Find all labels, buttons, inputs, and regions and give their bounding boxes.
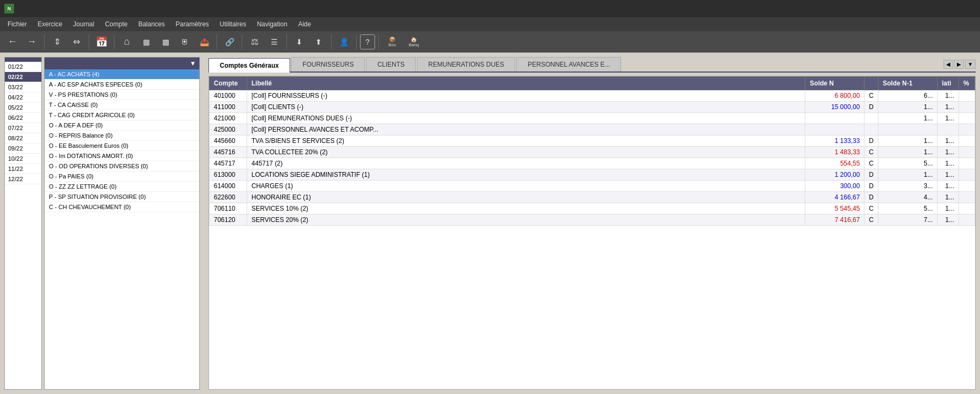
close-button[interactable] [967,8,976,10]
cell-dc: D [864,181,878,192]
table-row[interactable]: 425000[Coll] PERSONNEL AVANCES ET ACOMP.… [210,124,975,135]
tab-clients[interactable]: CLIENTS [366,57,416,71]
col-header-dc [864,77,878,90]
user-button[interactable]: 👤 [335,33,353,51]
table-row[interactable]: 445716TVA COLLECTEE 20% (2)1 483,33C1...… [210,147,975,158]
tab-fournisseurs[interactable]: FOURNISSEURS [291,57,365,71]
journal-item[interactable]: P - SP SITUATION PROVISOIRE (0) [45,192,199,202]
journal-item[interactable]: A - AC ACHATS (4) [45,69,199,80]
journal-item[interactable]: O - A DEF A DEF (0) [45,120,199,131]
table-row[interactable]: 445717445717 (2)554,55C5...1... [210,158,975,169]
cell-variation: 1... [938,203,959,214]
cell-compte: 706120 [210,214,247,226]
period-item-04-22[interactable]: 04/22 [5,92,41,103]
table-body: 401000[Coll] FOURNISSEURS (-)6 800,00C6.… [210,90,975,226]
maximize-button[interactable] [956,8,965,10]
box-icon: 📦 [389,37,395,42]
cell-libelle: LOCATIONS SIEGE ADMINISTRATIF (1) [247,169,805,181]
cell-solde-n: 1 133,33 [805,135,864,147]
journal-item[interactable]: C - CH CHEVAUCHEMENT (0) [45,202,199,212]
journal-item[interactable]: O - Im DOTATIONS AMORT. (0) [45,151,199,161]
menu-item-compte[interactable]: Compte [99,18,133,30]
tab-scroll-right-button[interactable]: ▶ [954,60,964,69]
journal-dropdown-button[interactable]: ▼ [190,60,196,67]
tab-dropdown-button[interactable]: ▼ [965,60,976,69]
upload-button[interactable]: ⬆ [309,33,328,51]
table-row[interactable]: 706110SERVICES 10% (2)5 545,45C5...1... [210,203,975,214]
period-item-08-22[interactable]: 08/22 [5,133,41,144]
cell-solde-n1 [878,124,938,135]
split-v-button[interactable]: ⇔ [67,33,85,51]
table-row[interactable]: 613000LOCATIONS SIEGE ADMINISTRATIF (1)1… [210,169,975,181]
period-item-01-22[interactable]: 01/22 [5,62,41,72]
journal-item[interactable]: A - AC ESP ACHATS ESPECES (0) [45,80,199,90]
period-item-07-22[interactable]: 07/22 [5,123,41,133]
cell-libelle: [Coll] FOURNISSEURS (-) [247,90,805,102]
box-button[interactable]: 📦 Box [382,33,402,51]
menu-item-exercice[interactable]: Exercice [32,18,68,30]
journal-item[interactable]: T - CA CAISSE (0) [45,100,199,110]
tab-comptes-généraux[interactable]: Comptes Généraux [208,58,290,73]
cell-libelle: HONORAIRE EC (1) [247,192,805,203]
tab-personnel-avances-e...[interactable]: PERSONNEL AVANCES E... [516,57,621,71]
table-row[interactable]: 411000[Coll] CLIENTS (-)15 000,00D1...1.… [210,102,975,113]
grid-button[interactable]: ▦ [137,33,155,51]
tab-remunerations-dues[interactable]: REMUNERATIONS DUES [417,57,515,71]
menu-item-balances[interactable]: Balances [133,18,170,30]
menu-item-navigation[interactable]: Navigation [251,18,293,30]
menu-item-journal[interactable]: Journal [68,18,99,30]
split-h-button[interactable]: ⇕ [48,33,66,51]
period-item-03-22[interactable]: 03/22 [5,82,41,92]
right-panel: Comptes GénérauxFOURNISSEURSCLIENTSREMUN… [204,53,980,394]
cell-solde-n1: 3... [878,181,938,192]
cell-pct [959,203,975,214]
banq-button[interactable]: 🏠 Banq [403,33,424,51]
calendar-button[interactable]: 📅 [92,33,111,51]
upload-box-button[interactable]: 📤 [195,33,213,51]
journal-item[interactable]: O - OD OPERATIONS DIVERSES (0) [45,161,199,171]
back-button[interactable]: ← [3,33,21,51]
menu-item-aide[interactable]: Aide [293,18,316,30]
link-button[interactable]: 🔗 [220,33,239,51]
separator-1 [44,34,45,49]
period-item-06-22[interactable]: 06/22 [5,113,41,123]
journal-item[interactable]: V - PS PRESTATIONS (0) [45,90,199,100]
journal-item[interactable]: O - REPRIS Balance (0) [45,131,199,141]
cell-pct [959,102,975,113]
balance-button[interactable]: ⚖ [246,33,264,51]
period-item-09-22[interactable]: 09/22 [5,144,41,154]
minimize-button[interactable] [946,8,954,10]
separator-6 [286,34,287,49]
tab-scroll-left-button[interactable]: ◀ [943,60,953,69]
period-item-05-22[interactable]: 05/22 [5,103,41,113]
period-item-10-22[interactable]: 10/22 [5,154,41,164]
cell-pct [959,181,975,192]
table-row[interactable]: 401000[Coll] FOURNISSEURS (-)6 800,00C6.… [210,90,975,102]
journal-item[interactable]: O - EE Basculement Euros (0) [45,141,199,151]
table-row[interactable]: 445660TVA S/BIENS ET SERVICES (2)1 133,3… [210,135,975,147]
bank-button[interactable]: ⛨ [176,33,194,51]
menu-item-utilitaires[interactable]: Utilitaires [214,18,251,30]
period-item-12-22[interactable]: 12/22 [5,174,41,184]
table-row[interactable]: 622600HONORAIRE EC (1)4 166,67D4...1... [210,192,975,203]
list-button[interactable]: ☰ [265,33,283,51]
table-row[interactable]: 614000CHARGES (1)300,00D3...1... [210,181,975,192]
help-button[interactable]: ? [360,34,375,49]
menu-item-fichier[interactable]: Fichier [2,18,32,30]
cell-dc [864,124,878,135]
cell-variation: 1... [938,169,959,181]
table-row[interactable]: 421000[Coll] REMUNERATIONS DUES (-)1...1… [210,113,975,124]
journal-item[interactable]: O - ZZ ZZ LETTRAGE (0) [45,182,199,192]
menu-item-paramètres[interactable]: Paramètres [170,18,214,30]
journal-item[interactable]: T - CAG CREDIT AGRICOLE (0) [45,110,199,120]
period-list-header [5,58,41,62]
download-button[interactable]: ⬇ [290,33,308,51]
home-button[interactable]: ⌂ [118,33,136,51]
journal-item[interactable]: O - Pa PAIES (0) [45,171,199,182]
tree-button[interactable]: ▩ [156,33,175,51]
forward-button[interactable]: → [23,33,41,51]
table-row[interactable]: 706120SERVICES 20% (2)7 416,67C7...1... [210,214,975,226]
period-item-11-22[interactable]: 11/22 [5,164,41,174]
cell-compte: 613000 [210,169,247,181]
period-item-02-22[interactable]: 02/22 [5,72,41,82]
